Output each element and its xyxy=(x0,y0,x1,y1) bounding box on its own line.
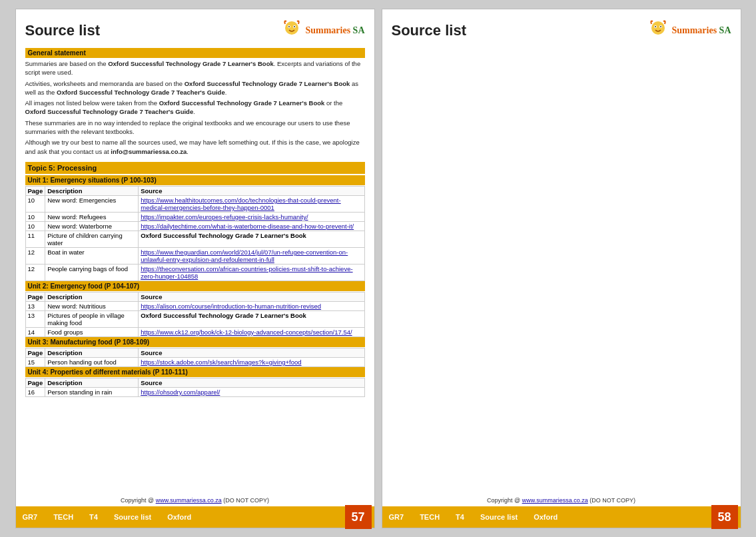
table-row: Page Description Source xyxy=(25,186,364,195)
svg-point-4 xyxy=(294,26,295,27)
bar-item-sourcelist: Source list xyxy=(111,506,157,528)
bottom-bar-2: GR7 TECH T4 Source list Oxford 58 xyxy=(382,506,741,528)
logo-2: Summaries SA xyxy=(646,19,731,43)
bar-item-tech: TECH xyxy=(51,506,79,528)
page-1: Source list Summaries SA General stateme… xyxy=(15,9,375,528)
unit-3-header: Unit 3: Manufacturing food (P 108-109) xyxy=(25,337,365,347)
bottom-bar-1: GR7 TECH T4 Source list Oxford 57 xyxy=(16,506,374,528)
table-row: 13 New word: Nutritious https://alison.c… xyxy=(25,301,364,310)
logo-text-summaries-2: Summaries xyxy=(671,25,717,35)
bar-item-t4-2: T4 xyxy=(453,506,470,528)
page-2: Source list Summaries SA Copyright @ www… xyxy=(382,9,741,528)
bar-item-tech-2: TECH xyxy=(417,506,445,528)
bar-item-t4: T4 xyxy=(87,506,103,528)
logo-text-sa: SA xyxy=(350,25,364,35)
table-row: 10 New word: Refugees https://impakter.c… xyxy=(25,212,364,221)
table-row: 12 People carrying bags of food https://… xyxy=(25,264,364,280)
table-row: Page Description Source xyxy=(25,292,364,301)
general-statement-header: General statement xyxy=(25,48,365,58)
topic-header: Topic 5: Processing xyxy=(25,162,365,174)
logo-text-summaries: Summaries xyxy=(305,25,350,35)
table-row: 15 Person handing out food https://stock… xyxy=(25,357,364,366)
general-text-1: Summaries are based on the Oxford Succes… xyxy=(25,59,365,77)
page-1-header: Source list Summaries SA xyxy=(25,19,365,43)
general-text-2: Activities, worksheets and memoranda are… xyxy=(25,79,365,97)
table-row: 10 New word: Emergencies https://www.hea… xyxy=(25,195,364,212)
page-2-title: Source list xyxy=(392,22,466,39)
unit-1-header: Unit 1: Emergency situations (P 100-103) xyxy=(25,175,365,185)
logo-mascot-icon-2 xyxy=(646,19,670,43)
table-row: 13 Pictures of people in village making … xyxy=(25,310,364,327)
col-desc: Description xyxy=(45,186,139,195)
logo-1: Summaries SA xyxy=(280,19,364,43)
unit-2-header: Unit 2: Emergency food (P 104-107) xyxy=(25,281,365,291)
page-2-empty-content xyxy=(392,48,731,490)
unit-4-table: Page Description Source 16 Person standi… xyxy=(25,378,365,397)
svg-point-3 xyxy=(288,26,290,27)
copyright-1: Copyright @ www.summariessa.co.za (DO NO… xyxy=(25,494,365,506)
unit-2-table: Page Description Source 13 New word: Nut… xyxy=(25,292,365,337)
general-text-3: All images not listed below were taken f… xyxy=(25,99,365,117)
page-1-footer: Copyright @ www.summariessa.co.za (DO NO… xyxy=(25,490,365,528)
table-row: 10 New word: Waterborne https://dailytec… xyxy=(25,221,364,231)
svg-point-0 xyxy=(285,21,298,35)
svg-point-5 xyxy=(651,21,665,35)
col-page: Page xyxy=(25,186,45,195)
table-row: Page Description Source xyxy=(25,348,364,357)
unit-4-header: Unit 4: Properties of different material… xyxy=(25,367,365,377)
table-row: Page Description Source xyxy=(25,378,364,387)
bar-item-sourcelist-2: Source list xyxy=(478,506,523,528)
unit-1-table: Page Description Source 10 New word: Eme… xyxy=(25,186,365,281)
page-number-2: 58 xyxy=(711,505,738,529)
col-source: Source xyxy=(139,186,364,195)
logo-mascot-icon xyxy=(280,19,304,43)
general-text-5: Although we try our best to name all the… xyxy=(25,138,365,156)
copyright-2: Copyright @ www.summariessa.co.za (DO NO… xyxy=(392,494,731,506)
page-number-1: 57 xyxy=(345,505,372,529)
table-row: 11 Picture of children carrying water Ox… xyxy=(25,231,364,247)
table-row: 16 Person standing in rain https://ohsod… xyxy=(25,387,364,396)
svg-point-8 xyxy=(655,26,656,27)
unit-3-table: Page Description Source 15 Person handin… xyxy=(25,348,365,367)
general-text-4: These summaries are in no way intended t… xyxy=(25,119,365,137)
page-2-header: Source list Summaries SA xyxy=(392,19,731,43)
table-row: 14 Food groups https://www.ck12.org/book… xyxy=(25,327,364,336)
page-1-title: Source list xyxy=(25,22,100,39)
bar-item-oxford-2: Oxford xyxy=(531,506,563,528)
svg-point-9 xyxy=(660,26,661,27)
bar-item-gr7-2: GR7 xyxy=(386,506,410,528)
bar-item-gr7: GR7 xyxy=(20,506,43,528)
logo-text-sa-2: SA xyxy=(717,25,731,35)
page-2-footer: Copyright @ www.summariessa.co.za (DO NO… xyxy=(392,490,731,528)
bar-item-oxford: Oxford xyxy=(165,506,196,528)
table-row: 12 Boat in water https://www.theguardian… xyxy=(25,247,364,264)
